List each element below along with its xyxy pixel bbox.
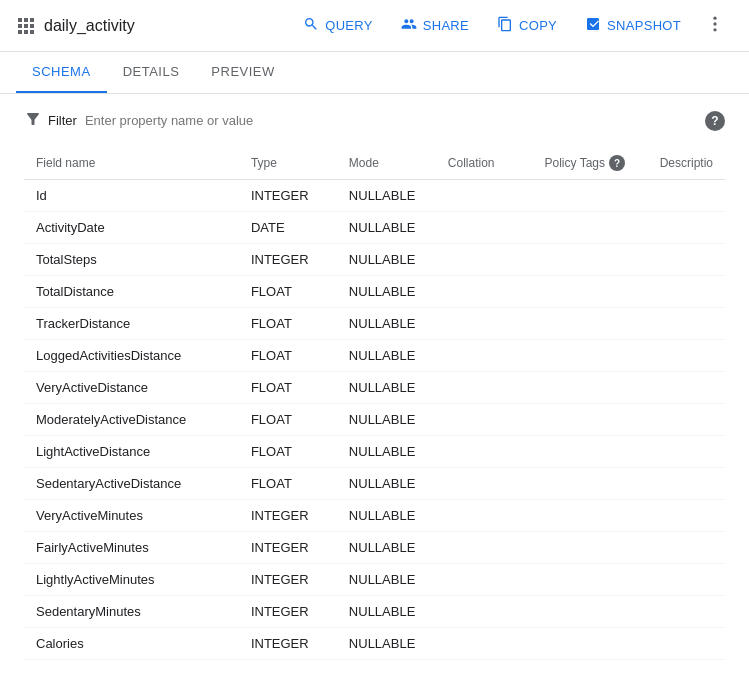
col-header-policy: Policy Tags ? bbox=[533, 147, 648, 180]
cell-description bbox=[648, 212, 725, 244]
snapshot-label: SNAPSHOT bbox=[607, 18, 681, 33]
cell-description bbox=[648, 436, 725, 468]
table-row: ModeratelyActiveDistance FLOAT NULLABLE bbox=[24, 404, 725, 436]
tab-details[interactable]: DETAILS bbox=[107, 52, 196, 93]
cell-mode: NULLABLE bbox=[337, 308, 436, 340]
cell-type: FLOAT bbox=[239, 468, 337, 500]
query-label: QUERY bbox=[325, 18, 373, 33]
snapshot-button[interactable]: SNAPSHOT bbox=[573, 10, 693, 41]
search-icon bbox=[303, 16, 319, 35]
cell-type: FLOAT bbox=[239, 404, 337, 436]
cell-mode: NULLABLE bbox=[337, 340, 436, 372]
cell-policy bbox=[533, 308, 648, 340]
cell-collation bbox=[436, 372, 533, 404]
cell-field-name: ActivityDate bbox=[24, 212, 239, 244]
cell-field-name: VeryActiveDistance bbox=[24, 372, 239, 404]
table-row: Calories INTEGER NULLABLE bbox=[24, 628, 725, 660]
cell-policy bbox=[533, 340, 648, 372]
cell-mode: NULLABLE bbox=[337, 628, 436, 660]
cell-mode: NULLABLE bbox=[337, 372, 436, 404]
cell-collation bbox=[436, 244, 533, 276]
cell-field-name: VeryActiveMinutes bbox=[24, 500, 239, 532]
cell-policy bbox=[533, 212, 648, 244]
table-row: LightActiveDistance FLOAT NULLABLE bbox=[24, 436, 725, 468]
svg-rect-1 bbox=[24, 18, 28, 22]
cell-collation bbox=[436, 212, 533, 244]
col-header-description: Descriptio bbox=[648, 147, 725, 180]
cell-type: INTEGER bbox=[239, 596, 337, 628]
col-header-mode: Mode bbox=[337, 147, 436, 180]
cell-mode: NULLABLE bbox=[337, 244, 436, 276]
cell-description bbox=[648, 596, 725, 628]
cell-type: INTEGER bbox=[239, 180, 337, 212]
cell-type: FLOAT bbox=[239, 276, 337, 308]
cell-mode: NULLABLE bbox=[337, 500, 436, 532]
table-row: Id INTEGER NULLABLE bbox=[24, 180, 725, 212]
cell-collation bbox=[436, 404, 533, 436]
title-area: daily_activity bbox=[16, 16, 275, 36]
filter-icon bbox=[24, 110, 42, 131]
cell-description bbox=[648, 532, 725, 564]
col-header-type: Type bbox=[239, 147, 337, 180]
cell-field-name: LoggedActivitiesDistance bbox=[24, 340, 239, 372]
table-row: TotalSteps INTEGER NULLABLE bbox=[24, 244, 725, 276]
filter-icon-label: Filter bbox=[24, 110, 77, 131]
table-row: SedentaryActiveDistance FLOAT NULLABLE bbox=[24, 468, 725, 500]
cell-description bbox=[648, 564, 725, 596]
cell-policy bbox=[533, 244, 648, 276]
cell-collation bbox=[436, 564, 533, 596]
cell-description bbox=[648, 180, 725, 212]
table-row: FairlyActiveMinutes INTEGER NULLABLE bbox=[24, 532, 725, 564]
filter-bar: Filter ? bbox=[24, 110, 725, 131]
cell-description bbox=[648, 404, 725, 436]
filter-label: Filter bbox=[48, 113, 77, 128]
cell-field-name: FairlyActiveMinutes bbox=[24, 532, 239, 564]
table-row: SedentaryMinutes INTEGER NULLABLE bbox=[24, 596, 725, 628]
share-button[interactable]: SHARE bbox=[389, 10, 481, 41]
filter-help-icon[interactable]: ? bbox=[705, 111, 725, 131]
copy-button[interactable]: COPY bbox=[485, 10, 569, 41]
cell-mode: NULLABLE bbox=[337, 436, 436, 468]
table-row: LoggedActivitiesDistance FLOAT NULLABLE bbox=[24, 340, 725, 372]
col-header-collation: Collation bbox=[436, 147, 533, 180]
svg-rect-3 bbox=[18, 24, 22, 28]
cell-collation bbox=[436, 436, 533, 468]
cell-mode: NULLABLE bbox=[337, 468, 436, 500]
cell-description bbox=[648, 244, 725, 276]
cell-type: INTEGER bbox=[239, 628, 337, 660]
cell-description bbox=[648, 340, 725, 372]
cell-description bbox=[648, 468, 725, 500]
svg-rect-7 bbox=[24, 30, 28, 34]
filter-input[interactable] bbox=[85, 113, 305, 128]
svg-point-11 bbox=[713, 28, 716, 31]
query-button[interactable]: QUERY bbox=[291, 10, 385, 41]
cell-type: INTEGER bbox=[239, 500, 337, 532]
cell-type: DATE bbox=[239, 212, 337, 244]
cell-policy bbox=[533, 532, 648, 564]
tab-preview[interactable]: PREVIEW bbox=[195, 52, 290, 93]
cell-mode: NULLABLE bbox=[337, 180, 436, 212]
cell-collation bbox=[436, 628, 533, 660]
cell-description bbox=[648, 372, 725, 404]
svg-point-10 bbox=[713, 22, 716, 25]
svg-rect-4 bbox=[24, 24, 28, 28]
svg-point-9 bbox=[713, 17, 716, 20]
more-vert-icon bbox=[705, 14, 725, 37]
cell-type: INTEGER bbox=[239, 244, 337, 276]
cell-mode: NULLABLE bbox=[337, 564, 436, 596]
cell-field-name: LightActiveDistance bbox=[24, 436, 239, 468]
table-row: TotalDistance FLOAT NULLABLE bbox=[24, 276, 725, 308]
table-row: ActivityDate DATE NULLABLE bbox=[24, 212, 725, 244]
more-options-button[interactable] bbox=[697, 8, 733, 44]
policy-help-icon[interactable]: ? bbox=[609, 155, 625, 171]
svg-rect-0 bbox=[18, 18, 22, 22]
cell-type: FLOAT bbox=[239, 436, 337, 468]
cell-policy bbox=[533, 372, 648, 404]
svg-rect-6 bbox=[18, 30, 22, 34]
cell-policy bbox=[533, 596, 648, 628]
page-title: daily_activity bbox=[44, 17, 135, 35]
tab-schema[interactable]: SCHEMA bbox=[16, 52, 107, 93]
content-area: Filter ? Field name Type Mode Collation bbox=[0, 94, 749, 676]
cell-collation bbox=[436, 340, 533, 372]
cell-mode: NULLABLE bbox=[337, 404, 436, 436]
